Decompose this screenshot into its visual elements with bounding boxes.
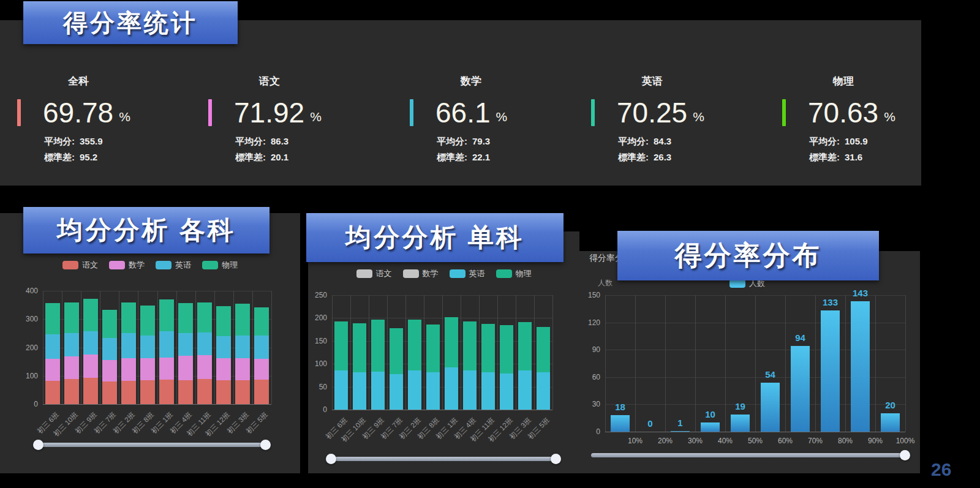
- bar-segment-数学: [83, 355, 98, 378]
- distribution-bar: [851, 301, 870, 432]
- grid-vline: [461, 295, 461, 410]
- distribution-bar: [701, 422, 720, 432]
- grid-vline: [875, 295, 876, 432]
- legend-item-语文[interactable]: 语文: [62, 260, 98, 271]
- legend-label: 英语: [175, 260, 191, 271]
- avg-single-subject-panel: 语文数学英语物理 050100150200250初三 6班初三 10班初三 9班…: [308, 231, 579, 473]
- legend-label: 数学: [423, 268, 439, 279]
- data-zoom-slider[interactable]: [331, 457, 556, 462]
- y-axis-tick-label: 400: [13, 287, 38, 295]
- bar-segment-语文: [45, 381, 60, 404]
- metric-value: 66.1: [435, 98, 491, 127]
- bar-segment-英语: [334, 370, 348, 410]
- metric-card: 数学66.1%平均分:79.3標準差:22.1: [405, 74, 537, 165]
- bar-segment-语文: [102, 381, 117, 404]
- bar-segment-英语: [463, 370, 477, 410]
- chart-legend: 语文数学英语物理: [0, 260, 300, 271]
- legend-item-数学[interactable]: 数学: [403, 268, 439, 279]
- bar-segment-英语: [121, 333, 136, 358]
- average-label: 平均分:: [809, 136, 840, 146]
- bar-segment-物理: [390, 328, 403, 375]
- legend-swatch: [62, 261, 78, 269]
- metric-stats: 平均分:79.3標準差:22.1: [405, 133, 537, 165]
- bar-segment-英语: [254, 336, 269, 359]
- bar-segment-英语: [500, 374, 513, 410]
- average-label: 平均分:: [618, 136, 649, 146]
- bar-segment-英语: [235, 336, 250, 358]
- data-zoom-handle-right[interactable]: [900, 450, 910, 460]
- data-zoom-slider[interactable]: [591, 453, 905, 458]
- metric-stddev-row: 標準差:31.6: [809, 149, 910, 165]
- stddev-label: 標準差:: [235, 152, 266, 162]
- bar-segment-物理: [235, 304, 250, 336]
- grid-vline: [176, 291, 177, 404]
- legend-item-英语[interactable]: 英语: [156, 260, 191, 271]
- grid-vline: [233, 291, 234, 404]
- legend-swatch: [450, 269, 466, 278]
- bar-segment-物理: [83, 299, 98, 331]
- bar-segment-英语: [140, 336, 155, 358]
- bar-segment-数学: [159, 358, 174, 380]
- gridline: [605, 432, 905, 432]
- data-zoom-track[interactable]: [38, 443, 266, 447]
- bar-value-label: 18: [602, 402, 639, 412]
- legend-swatch: [109, 261, 125, 269]
- bar-segment-数学: [102, 360, 117, 382]
- data-zoom-slider[interactable]: [38, 443, 266, 448]
- average-value: 355.9: [80, 136, 103, 146]
- stddev-value: 26.3: [654, 152, 671, 162]
- bar-segment-数学: [121, 358, 136, 381]
- bar-segment-物理: [159, 299, 174, 331]
- distribution-bar: [791, 346, 810, 432]
- metric-value: 69.78: [43, 98, 113, 127]
- chart-legend: 语文数学英语物理: [308, 268, 579, 279]
- bar-segment-语文: [216, 380, 231, 404]
- bar-segment-物理: [197, 302, 212, 332]
- bar-segment-语文: [254, 380, 269, 404]
- score-rate-panel: 全科69.78%平均分:355.9標準差:95.2语文71.92%平均分:86.…: [0, 20, 921, 186]
- metric-subject-label: 语文: [203, 74, 336, 88]
- grid-vline: [442, 295, 443, 410]
- metric-subject-label: 物理: [777, 74, 910, 88]
- distribution-bar: [611, 415, 630, 432]
- distribution-bar: [881, 413, 900, 432]
- data-zoom-track[interactable]: [331, 457, 556, 461]
- legend-item-物理[interactable]: 物理: [202, 260, 238, 271]
- metric-unit: %: [496, 110, 508, 124]
- legend-item-英语[interactable]: 英语: [450, 268, 485, 279]
- bar-segment-物理: [45, 303, 60, 334]
- stddev-value: 22.1: [472, 152, 490, 162]
- legend-swatch: [356, 269, 372, 278]
- metric-stddev-row: 標準差:22.1: [437, 149, 537, 165]
- bar-segment-数学: [178, 356, 193, 380]
- grid-vline: [252, 291, 253, 404]
- distribution-bar: [731, 415, 750, 432]
- bar-segment-英语: [408, 370, 421, 410]
- legend-item-语文[interactable]: 语文: [356, 268, 392, 279]
- legend-item-数学[interactable]: 数学: [109, 260, 145, 271]
- data-zoom-handle-left[interactable]: [326, 454, 336, 464]
- legend-swatch: [403, 269, 419, 278]
- metric-card: 全科69.78%平均分:355.9標準差:95.2: [12, 74, 145, 165]
- bar-segment-语文: [235, 380, 250, 404]
- data-zoom-handle-right[interactable]: [551, 454, 561, 464]
- grid-vline: [552, 295, 553, 410]
- data-zoom-track[interactable]: [591, 453, 905, 457]
- grid-vline: [62, 291, 62, 404]
- metric-stats: 平均分:86.3標準差:20.1: [203, 133, 336, 165]
- metric-unit: %: [884, 110, 895, 124]
- data-zoom-handle-left[interactable]: [33, 440, 43, 450]
- data-zoom-handle-right[interactable]: [260, 440, 271, 450]
- bar-segment-英语: [159, 331, 174, 358]
- legend-item-物理[interactable]: 物理: [496, 268, 532, 279]
- y-axis-tick-label: 250: [303, 291, 327, 299]
- bar-segment-语文: [121, 381, 136, 404]
- grid-vline: [424, 295, 424, 410]
- y-axis-tick-label: 300: [13, 315, 38, 323]
- metric-subject-label: 英语: [586, 74, 718, 88]
- y-axis-tick-label: 200: [13, 343, 38, 352]
- legend-swatch: [202, 261, 218, 269]
- average-value: 84.3: [654, 136, 671, 146]
- metric-color-tick: [410, 99, 413, 126]
- bar-segment-物理: [102, 310, 117, 339]
